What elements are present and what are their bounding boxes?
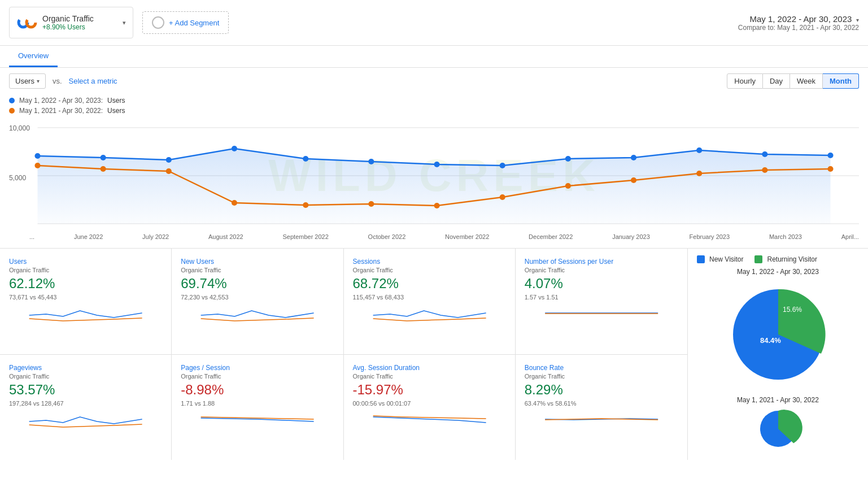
chart-svg: 10,000 5,000 bbox=[9, 119, 859, 232]
stat-value-bounce-rate: 8.29% bbox=[525, 382, 678, 398]
mini-chart-sessions-per-user bbox=[525, 304, 678, 322]
add-segment-button[interactable]: + Add Segment bbox=[142, 11, 229, 34]
add-segment-label: + Add Segment bbox=[169, 19, 219, 27]
returning-visitor-label: Returning Visitor bbox=[767, 255, 817, 263]
stat-value-users: 62.12% bbox=[9, 276, 162, 292]
chart-legend: May 1, 2022 - Apr 30, 2023: Users May 1,… bbox=[0, 94, 868, 119]
series1-dot bbox=[368, 159, 374, 164]
add-segment-circle-icon bbox=[152, 16, 164, 29]
time-btn-day[interactable]: Day bbox=[763, 73, 790, 89]
series1-dot bbox=[434, 162, 440, 167]
stat-compare-avg-session: 00:00:56 vs 00:01:07 bbox=[353, 400, 506, 407]
right-panel: New Visitor Returning Visitor May 1, 202… bbox=[687, 249, 868, 460]
time-btn-week[interactable]: Week bbox=[790, 73, 823, 89]
date-dropdown-icon[interactable]: ▾ bbox=[856, 17, 859, 23]
vs-label: vs. bbox=[53, 77, 62, 85]
segment-info: Organic Traffic +8.90% Users bbox=[42, 14, 118, 31]
stat-value-sessions-per-user: 4.07% bbox=[525, 276, 678, 292]
x-label-2: July 2022 bbox=[142, 233, 169, 240]
x-label-11: April... bbox=[841, 233, 859, 240]
legend-label-1: Users bbox=[107, 97, 125, 105]
compare-prefix: Compare to: bbox=[738, 24, 775, 32]
svg-point-1 bbox=[27, 18, 36, 27]
mini-chart-new-users bbox=[181, 304, 334, 322]
series1-dot bbox=[101, 155, 106, 160]
svg-text:15.6%: 15.6% bbox=[783, 306, 802, 314]
header-bar: Organic Traffic +8.90% Users ▾ + Add Seg… bbox=[0, 0, 868, 46]
legend-dot-2 bbox=[9, 108, 15, 114]
x-axis-labels: ... June 2022 July 2022 August 2022 Sept… bbox=[0, 232, 868, 244]
time-btn-month[interactable]: Month bbox=[823, 73, 859, 89]
pie-svg-current: 84.4% 15.6% bbox=[722, 278, 835, 391]
legend-date-1: May 1, 2022 - Apr 30, 2023: bbox=[19, 97, 103, 105]
series2-dot bbox=[101, 166, 106, 172]
stat-compare-pageviews: 197,284 vs 128,467 bbox=[9, 400, 162, 407]
compare-date: May 1, 2021 - Apr 30, 2022 bbox=[777, 24, 859, 32]
mini-chart-users bbox=[9, 304, 162, 322]
series2-dot bbox=[166, 168, 172, 174]
metric-dropdown-icon: ▾ bbox=[37, 78, 40, 84]
pie-svg-compare bbox=[722, 406, 835, 451]
stat-title-pageviews[interactable]: Pageviews bbox=[9, 364, 162, 372]
legend-date-2: May 1, 2021 - Apr 30, 2022: bbox=[19, 107, 103, 115]
pie-compare: May 1, 2021 - Apr 30, 2022 bbox=[697, 396, 859, 453]
time-buttons: Hourly Day Week Month bbox=[727, 73, 859, 89]
series2-dot bbox=[696, 171, 702, 176]
series1-dot bbox=[631, 155, 636, 160]
svg-text:10,000: 10,000 bbox=[9, 124, 30, 132]
tab-overview[interactable]: Overview bbox=[9, 46, 58, 67]
stat-compare-pages-session: 1.71 vs 1.88 bbox=[181, 400, 334, 407]
mini-chart-sessions bbox=[353, 304, 506, 322]
svg-text:84.4%: 84.4% bbox=[760, 336, 781, 345]
x-label-8: January 2023 bbox=[612, 233, 650, 240]
series1-dot bbox=[827, 153, 833, 158]
mini-chart-pageviews bbox=[9, 410, 162, 428]
stat-value-sessions: 68.72% bbox=[353, 276, 506, 292]
series2-dot bbox=[232, 200, 237, 206]
series2-dot bbox=[565, 183, 571, 189]
pie-chart-current: 84.4% 15.6% bbox=[722, 278, 835, 393]
stat-card-users: Users Organic Traffic 62.12% 73,671 vs 4… bbox=[0, 249, 172, 355]
select-metric-link[interactable]: Select a metric bbox=[69, 77, 117, 85]
stat-source-sessions-per-user: Organic Traffic bbox=[525, 267, 678, 273]
segment-dropdown-icon[interactable]: ▾ bbox=[123, 19, 126, 27]
series2-dot bbox=[368, 201, 374, 207]
stat-title-avg-session[interactable]: Avg. Session Duration bbox=[353, 364, 506, 372]
time-btn-hourly[interactable]: Hourly bbox=[727, 73, 763, 89]
series2-dot bbox=[762, 167, 767, 173]
series2-dot bbox=[500, 194, 505, 200]
stats-grid: Users Organic Traffic 62.12% 73,671 vs 4… bbox=[0, 249, 687, 460]
stat-title-sessions-per-user[interactable]: Number of Sessions per User bbox=[525, 258, 678, 266]
stat-source-users: Organic Traffic bbox=[9, 267, 162, 273]
series1-dot bbox=[232, 146, 237, 151]
stat-value-pages-session: -8.98% bbox=[181, 382, 334, 398]
series2-dot bbox=[34, 163, 40, 168]
stat-title-sessions[interactable]: Sessions bbox=[353, 258, 506, 266]
series2-dot bbox=[827, 166, 833, 172]
mini-chart-avg-session bbox=[353, 410, 506, 428]
stat-title-users[interactable]: Users bbox=[9, 258, 162, 266]
stat-compare-bounce-rate: 63.47% vs 58.61% bbox=[525, 400, 678, 407]
date-range[interactable]: May 1, 2022 - Apr 30, 2023 ▾ Compare to:… bbox=[738, 14, 859, 32]
mini-chart-bounce-rate bbox=[525, 410, 678, 428]
overview-tab: Overview bbox=[0, 46, 868, 68]
chart-controls: Users ▾ vs. Select a metric Hourly Day W… bbox=[0, 68, 868, 94]
new-visitor-label: New Visitor bbox=[709, 255, 743, 263]
x-label-1: June 2022 bbox=[74, 233, 103, 240]
segment-name: Organic Traffic bbox=[42, 14, 118, 23]
x-label-4: September 2022 bbox=[283, 233, 329, 240]
metric-select[interactable]: Users ▾ bbox=[9, 73, 46, 89]
stat-source-new-users: Organic Traffic bbox=[181, 267, 334, 273]
mini-chart-pages-session bbox=[181, 410, 334, 428]
x-label-3: August 2022 bbox=[208, 233, 243, 240]
pie-legend: New Visitor Returning Visitor bbox=[697, 255, 859, 263]
stat-source-avg-session: Organic Traffic bbox=[353, 373, 506, 380]
stat-title-bounce-rate[interactable]: Bounce Rate bbox=[525, 364, 678, 372]
svg-text:5,000: 5,000 bbox=[9, 174, 27, 182]
stat-title-pages-session[interactable]: Pages / Session bbox=[181, 364, 334, 372]
stat-source-bounce-rate: Organic Traffic bbox=[525, 373, 678, 380]
segment-selector[interactable]: Organic Traffic +8.90% Users ▾ bbox=[9, 7, 133, 38]
stat-title-new-users[interactable]: New Users bbox=[181, 258, 334, 266]
series1-dot bbox=[166, 157, 172, 163]
x-label-0: ... bbox=[29, 233, 34, 240]
